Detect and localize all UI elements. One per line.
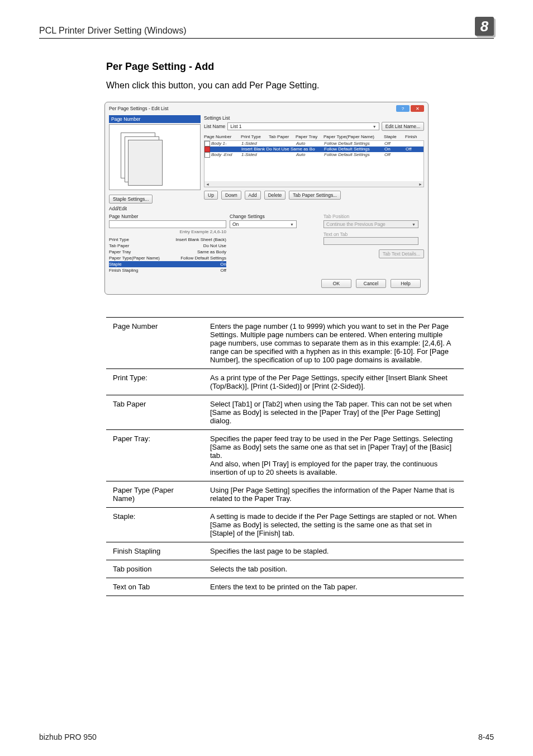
grid-list[interactable]: Body 1- 1-Sided Auto Follow Default Sett… xyxy=(204,140,424,187)
tab-position-combo: Continue the Previous Page ▼ xyxy=(323,220,418,228)
cell: Follow Default Settings xyxy=(324,141,384,147)
col-staple: Staple xyxy=(384,134,405,139)
entry-example-note: Entry Example 2,4,6-10 xyxy=(109,229,226,234)
cell: Off xyxy=(384,141,406,147)
table-label: Page Number xyxy=(106,318,203,369)
tab-paper-settings-button[interactable]: Tab Paper Settings... xyxy=(289,191,341,200)
grid-row-selected[interactable]: Insert Blank Do Not Use Same as Bo Follo… xyxy=(204,147,423,152)
dialog-screenshot: Per Page Settings - Edit List ? ✕ Page N… xyxy=(104,102,429,295)
cancel-button[interactable]: Cancel xyxy=(356,279,386,288)
staple-settings-button[interactable]: Staple Settings... xyxy=(109,195,153,204)
change-settings-value: On xyxy=(232,221,239,227)
grid-row[interactable]: Body 1- 1-Sided Auto Follow Default Sett… xyxy=(204,141,423,147)
chapter-badge: 8 xyxy=(475,17,494,36)
table-desc: Select [Tab1] or [Tab2] when using the T… xyxy=(203,395,464,430)
table-desc: Enters the text to be printed on the Tab… xyxy=(203,578,464,596)
edit-list-name-button[interactable]: Edit List Name... xyxy=(382,122,424,131)
dialog-title: Per Page Settings - Edit List xyxy=(109,106,168,111)
table-desc: Specifies the paper feed tray to be used… xyxy=(203,430,464,481)
col-page-number: Page Number xyxy=(204,134,241,139)
cell: Off xyxy=(384,152,406,158)
description-table: Page NumberEnters the page number (1 to … xyxy=(106,317,464,596)
cell xyxy=(406,141,423,147)
cell: Body 1- xyxy=(211,141,227,146)
change-settings-combo[interactable]: On ▼ xyxy=(230,220,297,228)
cell: Insert Blank Do Not Use Same as Bo xyxy=(241,147,324,152)
horizontal-scrollbar[interactable]: ◄► xyxy=(204,181,423,187)
col-paper-tray: Paper Tray xyxy=(296,134,323,139)
page-icon xyxy=(204,152,210,158)
table-row: Tab positionSelects the tab position. xyxy=(106,560,464,578)
table-label: Finish Stapling xyxy=(106,542,203,560)
text-on-tab-label: Text on Tab xyxy=(323,231,424,237)
cell: Body -End xyxy=(211,152,232,157)
preview-caption: Page Number xyxy=(109,115,201,123)
list-name-label: List Name xyxy=(204,124,225,129)
col-finish: Finish xyxy=(405,134,423,139)
grid-header: Page Number Print Type Tab Paper Paper T… xyxy=(204,134,424,139)
list-name-combo[interactable]: List 1 ▼ xyxy=(227,122,379,130)
page-number-label: Page Number xyxy=(109,214,226,219)
table-row: Staple:A setting is made to decide if th… xyxy=(106,508,464,542)
chevron-down-icon: ▼ xyxy=(373,125,377,129)
table-row: Tab PaperSelect [Tab1] or [Tab2] when us… xyxy=(106,395,464,430)
table-label: Text on Tab xyxy=(106,578,203,596)
page-number-input[interactable] xyxy=(109,220,226,228)
up-button[interactable]: Up xyxy=(204,191,218,200)
window-close-button[interactable]: ✕ xyxy=(411,105,424,112)
table-desc: Specifies the last page to be stapled. xyxy=(203,542,464,560)
table-desc: A setting is made to decide if the Per P… xyxy=(203,508,464,542)
help-button[interactable]: Help xyxy=(391,279,421,288)
table-row: Text on TabEnters the text to be printed… xyxy=(106,578,464,596)
table-row: Print Type:As a print type of the Per Pa… xyxy=(106,369,464,395)
tab-text-details-button: Tab Text Details... xyxy=(379,249,424,258)
cell: Off xyxy=(406,147,423,152)
page-header-title: PCL Printer Driver Setting (Windows) xyxy=(39,26,186,36)
page-icon xyxy=(204,141,210,147)
cell: Auto xyxy=(296,141,324,147)
table-row: Page NumberEnters the page number (1 to … xyxy=(106,318,464,369)
chevron-down-icon: ▼ xyxy=(290,223,294,226)
table-row: Paper Type (Paper Name)Using [Per Page S… xyxy=(106,481,464,508)
delete-button[interactable]: Delete xyxy=(264,191,286,200)
table-row: Finish StaplingSpecifies the last page t… xyxy=(106,542,464,560)
cell xyxy=(406,152,423,158)
col-tab-paper: Tab Paper xyxy=(269,134,296,139)
add-edit-label: Add/Edit xyxy=(109,206,424,211)
table-label: Print Type: xyxy=(106,369,203,395)
page-icon xyxy=(204,147,210,152)
cell xyxy=(269,152,296,158)
grid-row[interactable]: Body -End 1-Sided Auto Follow Default Se… xyxy=(204,152,423,158)
kv-staple-selected[interactable]: StapleOn xyxy=(109,261,226,267)
chevron-down-icon: ▼ xyxy=(412,223,416,226)
window-help-button[interactable]: ? xyxy=(396,105,410,112)
table-label: Tab position xyxy=(106,560,203,578)
kv-print-type: Print TypeInsert Blank Sheet (Back) xyxy=(109,237,226,243)
cell: On xyxy=(384,147,406,152)
table-label: Paper Type (Paper Name) xyxy=(106,481,203,508)
table-label: Paper Tray: xyxy=(106,430,203,481)
cell: Follow Default Settings xyxy=(324,152,384,158)
table-desc: Using [Per Page Setting] specifies the i… xyxy=(203,481,464,508)
cell: 1-Sided xyxy=(241,141,269,147)
table-desc: As a print type of the Per Page Settings… xyxy=(203,369,464,395)
change-settings-label: Change Settings xyxy=(230,214,320,219)
add-button[interactable]: Add xyxy=(245,191,261,200)
preview-sheets-icon xyxy=(121,133,155,178)
col-print-type: Print Type xyxy=(241,134,269,139)
text-on-tab-input xyxy=(323,237,418,245)
cell xyxy=(269,141,296,147)
ok-button[interactable]: OK xyxy=(321,279,351,288)
kv-paper-tray: Paper TraySame as Body xyxy=(109,249,226,255)
cell: Follow Default Settings xyxy=(324,147,384,152)
table-label: Tab Paper xyxy=(106,395,203,430)
col-paper-type: Paper Type(Paper Name) xyxy=(323,134,384,139)
tab-position-value: Continue the Previous Page xyxy=(326,221,386,227)
table-label: Staple: xyxy=(106,508,203,542)
down-button[interactable]: Down xyxy=(221,191,241,200)
tab-position-label: Tab Position xyxy=(323,214,424,219)
cell: Auto xyxy=(296,152,324,158)
cell: 1-Sided xyxy=(241,152,269,158)
kv-paper-type: Paper Type(Paper Name)Follow Default Set… xyxy=(109,255,226,261)
footer-product: bizhub PRO 950 xyxy=(39,733,97,741)
